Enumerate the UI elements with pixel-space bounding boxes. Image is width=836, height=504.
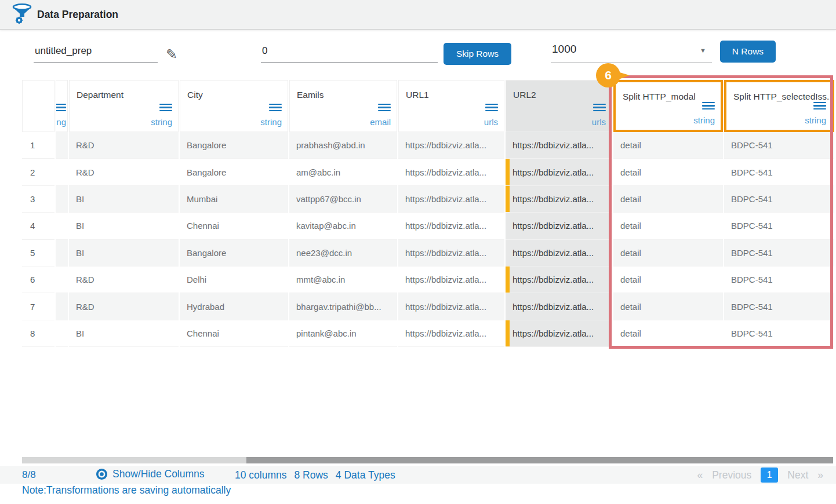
- hamburger-icon[interactable]: [593, 102, 606, 113]
- cell-email[interactable]: bhargav.tripathi@bb...: [289, 293, 397, 320]
- cell-url1[interactable]: https://bdbizviz.atla...: [398, 186, 504, 213]
- n-rows-select[interactable]: 1000 ▼: [551, 42, 712, 63]
- row-count-fraction: 8/8: [22, 469, 36, 481]
- cell-url1[interactable]: https://bdbizviz.atla...: [398, 320, 504, 347]
- column-label: URL2: [513, 90, 536, 100]
- cell-url2[interactable]: https://bdbizviz.atla...: [506, 213, 612, 239]
- cell-department[interactable]: R&D: [69, 132, 179, 159]
- prep-name-input[interactable]: untitled_prep: [34, 44, 158, 63]
- first-page-button[interactable]: «: [697, 469, 703, 481]
- cell-split-modal[interactable]: detail: [613, 132, 723, 159]
- cell-email[interactable]: vattpp67@bcc.in: [289, 186, 397, 213]
- cell-url1[interactable]: https://bdbizviz.atla...: [398, 159, 504, 185]
- cell-split-modal[interactable]: detail: [613, 240, 723, 266]
- cell-department[interactable]: BI: [69, 186, 179, 213]
- cell-email[interactable]: nee23@dcc.in: [289, 240, 397, 266]
- cell-split-selected[interactable]: BDPC-541: [724, 266, 834, 293]
- cell-city[interactable]: Hydrabad: [180, 293, 288, 320]
- cell-partial[interactable]: [56, 132, 68, 159]
- cell-email[interactable]: pintank@abc.in: [289, 320, 397, 347]
- column-header-city[interactable]: City string: [180, 80, 288, 132]
- cell-url2[interactable]: https://bdbizviz.atla...: [506, 293, 612, 320]
- stat-rows: 8 Rows: [295, 469, 328, 481]
- cell-split-selected[interactable]: BDPC-541: [724, 240, 834, 266]
- cell-department[interactable]: BI: [69, 320, 179, 347]
- cell-split-modal[interactable]: detail: [613, 186, 723, 213]
- cell-city[interactable]: Chennai: [180, 213, 288, 239]
- cell-email[interactable]: am@abc.in: [289, 159, 397, 185]
- hamburger-icon[interactable]: [702, 100, 715, 111]
- cell-department[interactable]: BI: [69, 213, 179, 239]
- cell-city[interactable]: Bangalore: [180, 240, 288, 266]
- cell-department[interactable]: R&D: [69, 293, 179, 320]
- cell-partial[interactable]: [56, 213, 68, 239]
- pagination: « Previous 1 Next »: [697, 467, 823, 483]
- column-header-url2[interactable]: URL2 urls: [506, 80, 612, 132]
- cell-url1[interactable]: https://bdbizviz.atla...: [398, 266, 504, 293]
- pencil-icon[interactable]: ✎: [166, 46, 177, 63]
- cell-split-selected[interactable]: BDPC-541: [724, 159, 834, 185]
- cell-url2[interactable]: https://bdbizviz.atla...: [506, 266, 612, 293]
- horizontal-scrollbar-thumb[interactable]: [246, 457, 833, 463]
- cell-url2[interactable]: https://bdbizviz.atla...: [506, 132, 612, 159]
- cell-partial[interactable]: [56, 266, 68, 293]
- cell-split-selected[interactable]: BDPC-541: [724, 132, 834, 159]
- cell-url1[interactable]: https://bdbizviz.atla...: [398, 213, 504, 239]
- hamburger-icon[interactable]: [378, 102, 391, 113]
- cell-split-selected[interactable]: BDPC-541: [724, 293, 834, 320]
- cell-url1[interactable]: https://bdbizviz.atla...: [398, 293, 504, 320]
- cell-partial[interactable]: [56, 159, 68, 185]
- column-header-split-http-selected[interactable]: Split HTTP_selectedIss... string: [724, 80, 834, 132]
- cell-url2[interactable]: https://bdbizviz.atla...: [506, 320, 612, 347]
- hamburger-icon[interactable]: [269, 102, 282, 113]
- cell-url2[interactable]: https://bdbizviz.atla...: [506, 159, 612, 185]
- hamburger-icon[interactable]: [56, 102, 66, 113]
- cell-city[interactable]: Delhi: [180, 266, 288, 293]
- cell-split-modal[interactable]: detail: [613, 320, 723, 347]
- cell-department[interactable]: BI: [69, 240, 179, 266]
- cell-url1[interactable]: https://bdbizviz.atla...: [398, 132, 504, 159]
- cell-split-modal[interactable]: detail: [613, 213, 723, 239]
- cell-split-modal[interactable]: detail: [613, 266, 723, 293]
- cell-url2[interactable]: https://bdbizviz.atla...: [506, 186, 612, 213]
- next-page-button[interactable]: Next: [787, 469, 808, 481]
- cell-email[interactable]: mmt@abc.in: [289, 266, 397, 293]
- cell-partial[interactable]: [56, 320, 68, 347]
- previous-page-button[interactable]: Previous: [712, 469, 751, 481]
- column-header-partial[interactable]: ng: [56, 80, 68, 132]
- cell-split-selected[interactable]: BDPC-541: [724, 186, 834, 213]
- cell-url2[interactable]: https://bdbizviz.atla...: [506, 240, 612, 266]
- cell-email[interactable]: kavitap@abc.in: [289, 213, 397, 239]
- caret-down-icon[interactable]: ▼: [700, 47, 706, 54]
- cell-split-selected[interactable]: BDPC-541: [724, 320, 834, 347]
- show-hide-columns-button[interactable]: Show/Hide Columns: [96, 468, 205, 480]
- hamburger-icon[interactable]: [159, 102, 172, 113]
- horizontal-scrollbar-track[interactable]: [22, 457, 833, 463]
- column-header-split-http-modal[interactable]: Split HTTP_modal string: [613, 80, 723, 132]
- hamburger-icon[interactable]: [813, 100, 826, 111]
- cell-partial[interactable]: [56, 186, 68, 213]
- cell-city[interactable]: Bangalore: [180, 132, 288, 159]
- cell-email[interactable]: prabhash@abd.in: [289, 132, 397, 159]
- n-rows-button[interactable]: N Rows: [720, 41, 776, 63]
- table-row: 6 R&D Delhi mmt@abc.in https://bdbizviz.…: [22, 266, 834, 293]
- cell-split-modal[interactable]: detail: [613, 159, 723, 185]
- cell-url1[interactable]: https://bdbizviz.atla...: [398, 240, 504, 266]
- skip-rows-input[interactable]: 0: [261, 44, 438, 63]
- skip-rows-button[interactable]: Skip Rows: [444, 43, 511, 65]
- cell-partial[interactable]: [56, 293, 68, 320]
- cell-partial[interactable]: [56, 240, 68, 266]
- cell-department[interactable]: R&D: [69, 159, 179, 185]
- cell-city[interactable]: Bangalore: [180, 159, 288, 185]
- cell-department[interactable]: R&D: [69, 266, 179, 293]
- column-header-department[interactable]: Department string: [69, 80, 179, 132]
- last-page-button[interactable]: »: [817, 469, 823, 481]
- column-header-emails[interactable]: Eamils email: [289, 80, 397, 132]
- current-page-button[interactable]: 1: [761, 468, 778, 483]
- cell-split-selected[interactable]: BDPC-541: [724, 213, 834, 239]
- cell-split-modal[interactable]: detail: [613, 293, 723, 320]
- cell-city[interactable]: Mumbai: [180, 186, 288, 213]
- hamburger-icon[interactable]: [485, 102, 498, 113]
- cell-city[interactable]: Chennai: [180, 320, 288, 347]
- column-header-url1[interactable]: URL1 urls: [398, 80, 504, 132]
